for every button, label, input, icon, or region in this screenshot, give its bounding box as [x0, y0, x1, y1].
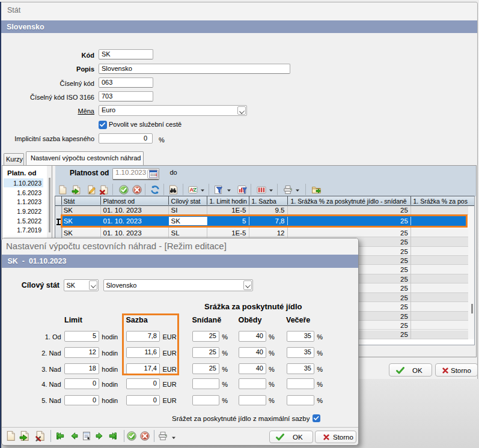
svg-text:Z: Z: [194, 187, 197, 193]
